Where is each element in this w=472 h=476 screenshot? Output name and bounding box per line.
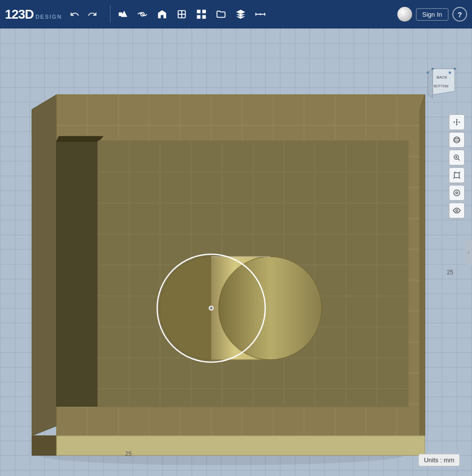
- help-button[interactable]: ?: [452, 7, 467, 22]
- zoom-button[interactable]: [449, 150, 465, 165]
- svg-point-80: [427, 72, 429, 74]
- svg-marker-77: [433, 69, 455, 95]
- signin-button[interactable]: Sign In: [416, 8, 448, 21]
- canvas-area[interactable]: BACK BOTTOM ›: [0, 28, 472, 476]
- svg-rect-90: [454, 173, 459, 178]
- svg-point-84: [454, 137, 460, 143]
- svg-rect-7: [202, 10, 206, 13]
- nav-controls: [449, 114, 465, 218]
- logo-text: 123D: [5, 7, 33, 22]
- logo: 123D DESIGN: [5, 7, 62, 22]
- modify-tool[interactable]: [172, 6, 191, 22]
- svg-rect-9: [202, 15, 206, 19]
- right-panel-toggle[interactable]: ›: [465, 240, 472, 264]
- svg-marker-17: [32, 95, 56, 436]
- pattern-tool[interactable]: [192, 6, 211, 22]
- group-tool[interactable]: [212, 6, 230, 22]
- topbar-right: Sign In ?: [397, 7, 467, 22]
- svg-point-72: [210, 307, 213, 310]
- svg-rect-8: [197, 15, 200, 19]
- dimension-bottom: 25: [125, 450, 132, 457]
- svg-point-92: [456, 192, 458, 194]
- svg-text:BOTTOM: BOTTOM: [434, 84, 448, 88]
- svg-rect-91: [454, 190, 460, 196]
- svg-point-81: [449, 72, 451, 74]
- primitives-tool[interactable]: [113, 6, 132, 22]
- svg-text:BACK: BACK: [437, 75, 447, 79]
- svg-rect-6: [197, 10, 200, 13]
- svg-line-87: [458, 159, 460, 161]
- material-sphere[interactable]: [397, 7, 412, 22]
- view-cube[interactable]: BACK BOTTOM: [423, 68, 458, 103]
- svg-marker-42: [32, 436, 56, 455]
- pan-button[interactable]: [449, 114, 465, 130]
- topbar: 123D DESIGN: [0, 0, 472, 28]
- units-badge[interactable]: Units : mm: [418, 454, 460, 466]
- svg-point-85: [454, 139, 460, 141]
- svg-point-93: [456, 210, 458, 212]
- logo-subtext: DESIGN: [35, 14, 62, 20]
- svg-marker-45: [56, 136, 103, 141]
- main-toolbar: [113, 6, 270, 22]
- fit-button[interactable]: [449, 167, 465, 183]
- orbit-button[interactable]: [449, 132, 465, 148]
- sketch-tool[interactable]: [133, 6, 152, 22]
- undo-button[interactable]: [67, 7, 83, 21]
- svg-marker-43: [56, 436, 425, 455]
- snap-tool[interactable]: [231, 6, 250, 22]
- svg-marker-44: [56, 141, 98, 406]
- eye-view-button[interactable]: [449, 203, 465, 218]
- 3d-scene: [0, 28, 472, 476]
- dimension-right: 25: [447, 269, 453, 276]
- construct-tool[interactable]: [153, 6, 171, 22]
- undo-redo-group: [67, 7, 100, 21]
- view-home-button[interactable]: [449, 185, 465, 201]
- divider-1: [110, 5, 111, 23]
- measure-tool[interactable]: [251, 6, 270, 22]
- svg-point-69: [219, 257, 322, 360]
- svg-marker-40: [420, 95, 425, 436]
- redo-button[interactable]: [84, 7, 100, 21]
